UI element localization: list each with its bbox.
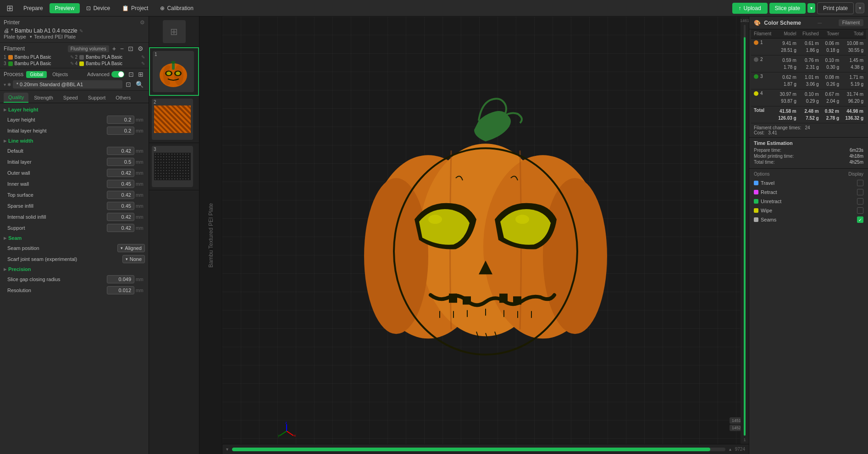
slice-gap-input[interactable] xyxy=(107,275,134,283)
layer-slider-track[interactable] xyxy=(744,25,746,436)
tab-strength[interactable]: Strength xyxy=(29,93,58,103)
seams-checkbox[interactable]: ✓ xyxy=(857,216,863,223)
tab-others[interactable]: Others xyxy=(111,93,135,103)
plate-type[interactable]: Plate type ▾ Textured PEI Plate xyxy=(4,34,145,39)
thumbnail-3[interactable]: 3 xyxy=(149,143,199,190)
layer-down-arrow[interactable]: ▾ xyxy=(226,447,228,452)
col-total: Total xyxy=(842,29,866,39)
travel-checkbox[interactable] xyxy=(857,180,863,186)
row3-total: 1.71 m5.19 g xyxy=(842,72,866,89)
filament-color-4 xyxy=(79,61,84,66)
printer-settings-icon[interactable]: ⚙ xyxy=(140,19,145,26)
thumbnail-2[interactable]: 2 xyxy=(149,96,199,143)
slice-dropdown-button[interactable]: ▾ xyxy=(807,3,815,13)
default-input[interactable] xyxy=(107,147,134,155)
unretract-dot xyxy=(754,199,758,204)
retract-checkbox[interactable] xyxy=(857,189,863,195)
options-wipe-row: Wipe xyxy=(754,206,863,215)
setting-slice-gap: Slice gap closing radius mm xyxy=(0,274,149,285)
filament-edit-4[interactable]: ✎ xyxy=(141,61,145,66)
internal-solid-infill-input[interactable] xyxy=(107,213,134,221)
filament-item-2[interactable]: 2 Bambu PLA Basic ✎ xyxy=(75,55,145,60)
row4-tower: 0.67 m2.04 g xyxy=(822,89,842,106)
preview-button[interactable]: Preview xyxy=(50,3,80,13)
resolution-input[interactable] xyxy=(107,286,134,294)
project-button[interactable]: 📋 Project xyxy=(116,3,154,13)
model-printing-time-row: Model printing time: 4h18m xyxy=(754,154,863,159)
thumbnail-dots-pattern xyxy=(154,153,191,180)
filament-row-label-3: 3 xyxy=(754,74,772,79)
prepare-button[interactable]: Prepare xyxy=(18,3,49,13)
resolution-label: Resolution xyxy=(7,288,107,293)
filament-section: Filament Flushing volumes + − ⊡ ⚙ 1 Bamb… xyxy=(0,43,149,68)
filament-edit-2[interactable]: ✎ xyxy=(141,55,145,60)
preset-zoom-icon[interactable]: 🔍 xyxy=(134,80,145,89)
setting-default: Default mm xyxy=(0,145,149,156)
sparse-infill-input[interactable] xyxy=(107,202,134,210)
internal-solid-infill-label: Internal solid infill xyxy=(7,214,107,220)
process-copy-icon[interactable]: ⊡ xyxy=(127,70,135,78)
filament-color-3 xyxy=(8,61,13,66)
time-section: Time Estimation Prepare time: 6m23s Mode… xyxy=(749,138,868,169)
tab-quality[interactable]: Quality xyxy=(4,93,28,103)
layer-height-input[interactable] xyxy=(107,116,134,124)
svg-line-33 xyxy=(287,431,293,436)
seam-position-label: Seam position xyxy=(7,245,117,251)
filament-item-1[interactable]: 1 Bambu PLA Basic ✎ xyxy=(4,55,74,60)
advanced-toggle[interactable] xyxy=(111,71,124,78)
filament-item-4[interactable]: 4 Bambu PLA Basic ✎ xyxy=(75,61,145,66)
upload-button[interactable]: ↑ Upload xyxy=(732,3,768,14)
filament-dot-4 xyxy=(754,91,758,96)
seam-section-header[interactable]: Seam xyxy=(0,233,149,243)
print-button[interactable]: Print plate xyxy=(817,2,854,14)
objects-tab[interactable]: Objects xyxy=(50,71,71,78)
thumbnail-icon-container: ⊞ xyxy=(163,20,186,43)
setting-seam-position: Seam position ▾ Aligned xyxy=(0,243,149,254)
seam-position-dropdown[interactable]: ▾ Aligned xyxy=(117,244,145,252)
global-tab[interactable]: Global xyxy=(26,71,47,78)
thumbnail-1[interactable]: 1 xyxy=(149,47,199,96)
right-panel: 🎨 Color Scheme — Filament Filament Model… xyxy=(749,17,868,454)
initial-layer-height-input[interactable] xyxy=(107,127,134,135)
remove-filament-button[interactable]: − xyxy=(119,44,125,53)
options-unretract-label: Unretract xyxy=(754,199,781,204)
initial-layer-input[interactable] xyxy=(107,158,134,166)
device-button[interactable]: ⊡ Device xyxy=(81,3,116,13)
tab-speed[interactable]: Speed xyxy=(59,93,83,103)
progress-bar[interactable] xyxy=(232,448,725,451)
printer-icon: 🖨 xyxy=(4,28,9,34)
filament-settings-icon[interactable]: ⊡ xyxy=(127,44,135,53)
filament-mode-badge[interactable]: Filament xyxy=(839,19,863,26)
tab-support[interactable]: Support xyxy=(83,93,111,103)
outer-wall-unit: mm xyxy=(136,171,145,176)
layer-height-section-header[interactable]: Layer height xyxy=(0,105,149,114)
outer-wall-input[interactable] xyxy=(107,169,134,177)
line-width-section-header[interactable]: Line width xyxy=(0,136,149,145)
support-input[interactable] xyxy=(107,224,134,232)
filament-config-icon[interactable]: ⚙ xyxy=(136,44,145,53)
toolbar-right: ↑ Upload Slice plate ▾ Print plate ▾ xyxy=(732,2,868,14)
calibration-button[interactable]: ⊕ Calibration xyxy=(155,3,199,13)
flushing-volumes-button[interactable]: Flushing volumes xyxy=(68,45,109,52)
preset-name-button[interactable]: * 0.20mm Standard @BBL A1 xyxy=(13,80,122,89)
layer-up-arrow[interactable]: ▴ xyxy=(729,447,731,452)
print-dropdown-button[interactable]: ▾ xyxy=(856,3,864,13)
printer-name[interactable]: 🖨 * Bambu Lab A1 0.4 nozzle ✎ xyxy=(4,28,145,34)
filament-edit-1[interactable]: ✎ xyxy=(70,55,74,60)
filament-item-3[interactable]: 3 Bambu PLA Basic ✎ xyxy=(4,61,74,66)
thumbnail-top-icon[interactable]: ⊞ xyxy=(149,17,199,47)
wipe-checkbox[interactable] xyxy=(857,207,863,214)
filament-edit-3[interactable]: ✎ xyxy=(70,61,74,66)
add-filament-button[interactable]: + xyxy=(111,44,117,53)
scarf-joint-dropdown[interactable]: ▾ None xyxy=(122,255,145,263)
unretract-checkbox[interactable] xyxy=(857,198,863,205)
top-surface-input[interactable] xyxy=(107,191,134,199)
slice-button[interactable]: Slice plate xyxy=(769,3,806,14)
process-config-icon[interactable]: ⊞ xyxy=(137,70,145,78)
filament-header: Filament Flushing volumes + − ⊡ ⚙ xyxy=(4,44,145,53)
col-tower: Tower xyxy=(822,29,842,39)
filament-dot-3 xyxy=(754,74,758,79)
preset-search-icon[interactable]: ⊡ xyxy=(124,80,133,89)
inner-wall-input[interactable] xyxy=(107,180,134,188)
precision-section-header[interactable]: Precision xyxy=(0,265,149,274)
